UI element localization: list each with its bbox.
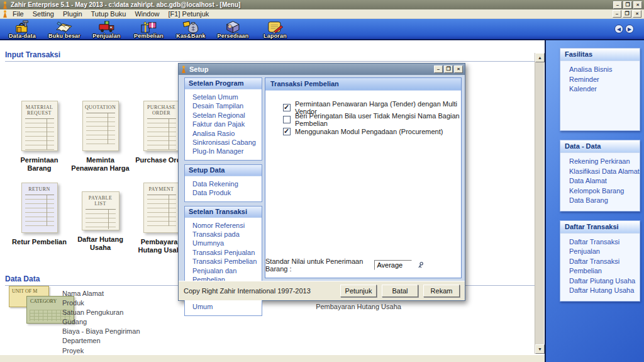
dialog-nav-link[interactable]: Transaksi Penjualan xyxy=(192,248,262,257)
sidebar-link[interactable]: Data Barang xyxy=(569,196,640,206)
dialog-nav-link[interactable]: Data Rekening xyxy=(192,179,262,188)
restore-button[interactable]: ❐ xyxy=(623,1,632,9)
toolbar-item-buku-besar[interactable]: Buku besar xyxy=(43,18,86,39)
data-data-list-item[interactable]: Departemen xyxy=(62,336,140,346)
nav-back-button[interactable]: ◀ xyxy=(614,25,623,33)
gift-boxes-icon xyxy=(139,20,158,34)
nav-forward-button[interactable]: ▶ xyxy=(625,25,634,33)
sidebar-link[interactable]: Kelompok Barang xyxy=(569,186,640,196)
application-window: Zahir Enterprise 5.1 - May 2013 - c:\dat… xyxy=(0,0,644,362)
dialog-nav-link[interactable]: Setelan Umum xyxy=(192,93,262,101)
data-data-list-item[interactable]: Biaya - Biaya Pengiriman xyxy=(62,327,140,336)
toolbar-item-persediaan[interactable]: Persediaan xyxy=(212,18,254,39)
checkbox[interactable] xyxy=(283,104,291,111)
sidebar-link[interactable]: Daftar Hutang Usaha xyxy=(569,286,640,296)
nav-section-items: Setelan UmumDesain TampilanSetelan Regio… xyxy=(185,89,262,160)
sidebar-link[interactable]: Reminder xyxy=(569,75,640,85)
checkbox[interactable] xyxy=(283,116,291,123)
menu-item[interactable]: Tutup Buku xyxy=(87,10,131,18)
data-data-list-item[interactable]: Gudang xyxy=(62,317,140,327)
dialog-action-button[interactable]: Rekam xyxy=(423,285,460,297)
transaction-shortcut-label: Daftar Hutang Usaha xyxy=(70,235,131,252)
sidebar-panel-data-data: Data - Data Rekening PerkiraanKlasifikas… xyxy=(560,140,640,212)
toolbar-label: Persediaan xyxy=(217,33,248,39)
sidebar-link[interactable]: Daftar Piutang Usaha xyxy=(569,276,640,286)
lookup-icon[interactable] xyxy=(417,261,425,269)
transaction-shortcut-label: Meminta Penawaran Harga xyxy=(70,156,131,173)
dialog-nav-link[interactable]: Transaksi pada Umumnya xyxy=(192,230,262,248)
module-toolbar: Data-data Buku besar Penjualan xyxy=(0,19,644,40)
default-value-input[interactable] xyxy=(374,260,412,270)
dialog-nav-link[interactable]: Transaksi Pembelian xyxy=(192,257,262,266)
checkbox[interactable] xyxy=(283,128,291,135)
dialog-minimize-button[interactable]: – xyxy=(434,65,443,73)
dialog-nav-link[interactable]: Setelan Regional xyxy=(192,111,262,120)
sidebar-link[interactable]: Klasifikasi Data Alamat xyxy=(569,167,640,177)
content-scrollbar[interactable]: ▲ ▼ xyxy=(535,53,544,354)
dialog-action-button[interactable]: Petunjuk xyxy=(340,285,377,297)
sidebar-link[interactable]: Daftar Transaksi Penjualan xyxy=(569,237,640,257)
money-bag-icon xyxy=(181,20,201,34)
dialog-close-button[interactable]: × xyxy=(454,65,463,73)
toolbar-label: Data-data xyxy=(9,33,36,39)
sidebar-link[interactable]: Analisa Bisnis xyxy=(569,65,640,75)
settings-checkbox-row: Beri Peringatan Bila user Tidak Mengisi … xyxy=(283,115,461,123)
dialog-nav-link[interactable]: Nomor Referensi xyxy=(192,221,262,230)
transaction-shortcut[interactable]: Payable List Daftar Hutang Usaha xyxy=(70,183,131,254)
checkbox-label: Beri Peringatan Bila user Tidak Mengisi … xyxy=(295,112,461,127)
mdi-close-button[interactable]: × xyxy=(633,10,641,18)
toolbar-label: Laporan xyxy=(264,33,287,39)
dialog-nav-link[interactable]: Plug-In Manager xyxy=(192,147,262,156)
dialog-action-button[interactable]: Batal xyxy=(382,285,418,297)
menu-item[interactable]: Plugin xyxy=(58,10,87,18)
dialog-nav-link[interactable]: Data Produk xyxy=(192,188,262,197)
data-data-list-item[interactable]: Satuan Pengukuran xyxy=(62,308,140,317)
sidebar-panel-fasilitas: Fasilitas Analisa BisnisReminderKalender xyxy=(560,48,640,131)
document-icon-lines xyxy=(147,195,176,226)
sidebar-link[interactable]: Rekening Perkiraan xyxy=(569,157,640,167)
toolbar-item-data-data[interactable]: Data-data xyxy=(1,18,43,39)
sidebar-panel-items: Daftar Transaksi PenjualanDaftar Transak… xyxy=(560,234,640,301)
nav-section-title: Setelan Transaksi xyxy=(185,206,262,218)
data-data-list-item[interactable]: Produk xyxy=(62,298,140,308)
ledger-book-icon xyxy=(55,20,74,34)
toolbar-item-penjualan[interactable]: Penjualan xyxy=(86,18,128,39)
close-button[interactable]: × xyxy=(633,1,642,9)
toolbar-item-kas-bank[interactable]: Kas&Bank xyxy=(170,18,212,39)
dialog-nav-link[interactable]: Analisa Rasio xyxy=(192,129,262,138)
transaction-shortcut[interactable]: Material Request Permintaan Barang xyxy=(9,101,70,173)
sidebar-link[interactable]: Data Alamat xyxy=(569,176,640,186)
dialog-nav-link[interactable]: Desain Tampilan xyxy=(192,101,262,110)
document-icon: Return xyxy=(21,183,58,233)
inventory-box-icon xyxy=(223,20,243,34)
settings-panel-title: Transaksi Pembelian xyxy=(265,78,461,91)
dialog-footer: Copy Right Zahir International 1997-2013… xyxy=(179,281,465,300)
document-icon-lines xyxy=(86,113,115,144)
sidebar-link[interactable]: Kalender xyxy=(569,84,640,94)
menu-item[interactable]: Window xyxy=(130,10,164,18)
nav-section-setup-data: Setup Data Data RekeningData Produk xyxy=(184,164,262,202)
transaction-shortcut[interactable]: Return Retur Pembelian xyxy=(9,183,70,254)
sidebar-link[interactable]: Daftar Transaksi Pembelian xyxy=(569,257,640,276)
mdi-restore-button[interactable]: ❐ xyxy=(623,10,631,18)
dialog-maximize-button[interactable]: ❐ xyxy=(444,65,453,73)
document-icon: Material Request xyxy=(21,101,58,151)
dialog-nav-link[interactable]: Sinkronisasi Cabang xyxy=(192,138,262,147)
nav-section-title: Setelan Program xyxy=(185,78,262,89)
transaction-shortcut[interactable]: Quotation Meminta Penawaran Harga xyxy=(70,101,131,173)
settings-panel: Transaksi Pembelian Permintaan Penawaran… xyxy=(265,77,462,278)
dialog-title-bar[interactable]: Setup – ❐ × xyxy=(179,64,465,75)
mdi-minimize-button[interactable]: – xyxy=(613,10,621,18)
menu-item[interactable]: Setting xyxy=(28,10,58,18)
toolbar-item-laporan[interactable]: Laporan xyxy=(254,18,296,39)
menu-item[interactable]: File xyxy=(8,10,28,18)
status-strip xyxy=(0,354,545,362)
data-data-list-item[interactable]: Nama Alamat xyxy=(62,289,140,298)
scroll-down-button[interactable]: ▼ xyxy=(535,344,545,354)
menu-item[interactable]: [F1] Petunjuk xyxy=(164,10,214,18)
sidebar-panel-items: Analisa BisnisReminderKalender xyxy=(560,61,640,99)
minimize-button[interactable]: – xyxy=(613,1,622,9)
toolbar-item-pembelian[interactable]: Pembelian xyxy=(128,18,170,39)
dialog-nav-link[interactable]: Faktur dan Pajak xyxy=(192,120,262,128)
scroll-up-button[interactable]: ▲ xyxy=(535,53,545,62)
